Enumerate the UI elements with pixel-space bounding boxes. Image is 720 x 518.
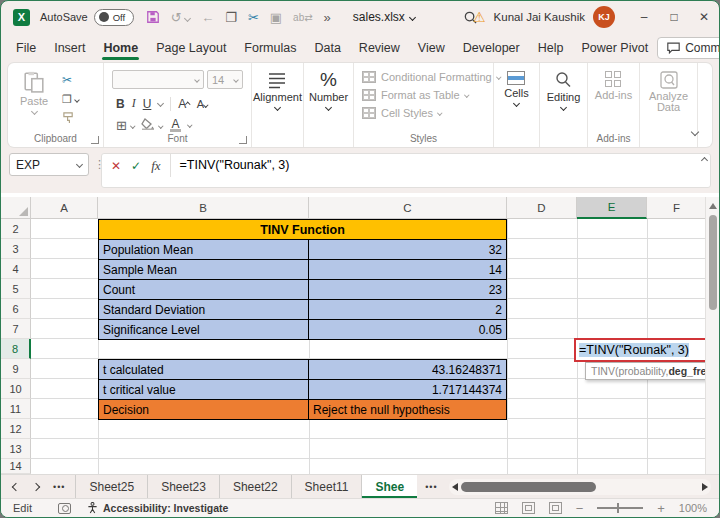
column-header-b[interactable]: B — [98, 197, 309, 219]
cells-button[interactable]: Cells — [504, 63, 528, 106]
cell-value[interactable]: 43.16248371 — [309, 360, 507, 380]
cell-decision-label[interactable]: Decision — [99, 400, 309, 420]
underline-button[interactable]: U — [143, 97, 152, 111]
warning-icon[interactable]: ⚠ — [473, 9, 486, 25]
borders-button[interactable]: ⊞ — [116, 118, 134, 133]
tab-help[interactable]: Help — [529, 35, 573, 61]
alignment-button[interactable]: Alignment — [253, 63, 302, 110]
clipboard-dialog-launcher[interactable] — [91, 136, 99, 144]
sheet-tab-sheet23[interactable]: Sheet23 — [148, 475, 220, 498]
scroll-up-icon[interactable] — [709, 203, 717, 209]
copy-button[interactable]: ❐ — [62, 93, 79, 106]
paste-button[interactable]: Paste — [14, 63, 54, 124]
document-title[interactable]: sales.xlsx — [353, 10, 415, 24]
cell-value[interactable]: 1.717144374 — [309, 380, 507, 400]
name-box[interactable]: EXP — [9, 153, 89, 176]
zoom-slider[interactable] — [597, 507, 643, 509]
shrink-font-button[interactable]: A — [197, 98, 208, 110]
tab-insert[interactable]: Insert — [45, 35, 94, 61]
row-header-12[interactable]: 12 — [1, 419, 31, 439]
redo-icon[interactable]: ← — [201, 10, 214, 25]
more-sheets-icon[interactable]: ••• — [425, 482, 437, 492]
sheet-tab-sheet11[interactable]: Sheet11 — [292, 475, 363, 498]
enter-entry-button[interactable]: ✓ — [131, 159, 141, 173]
cell-value[interactable]: 2 — [309, 300, 507, 320]
page-break-view-icon[interactable] — [549, 502, 562, 514]
tab-developer[interactable]: Developer — [454, 35, 529, 61]
prev-sheet-icon[interactable] — [12, 482, 20, 490]
cell-label[interactable]: Population Mean — [99, 240, 309, 260]
formula-input[interactable]: =TINV("Rounak", 3) — [171, 154, 290, 187]
comments-button[interactable]: Comments — [657, 37, 720, 59]
analyze-data-button[interactable]: Analyze Data — [640, 63, 697, 113]
cell-value[interactable]: 23 — [309, 280, 507, 300]
conditional-formatting-button[interactable]: Conditional Formatting — [362, 71, 500, 83]
next-sheet-icon[interactable] — [32, 482, 40, 490]
cell-label[interactable]: Standard Deviation — [99, 300, 309, 320]
cancel-entry-button[interactable]: ✕ — [111, 159, 121, 173]
excel-logo-icon[interactable]: X — [13, 9, 30, 26]
bold-button[interactable]: B — [116, 97, 125, 111]
row-header-10[interactable]: 10 — [1, 379, 31, 399]
grow-font-button[interactable]: A — [178, 97, 190, 111]
number-button[interactable]: % Number — [309, 63, 348, 110]
sheet-list-icon[interactable]: ••• — [53, 482, 65, 492]
row-header-13[interactable]: 13 — [1, 439, 31, 459]
cell-styles-button[interactable]: Cell Styles — [362, 107, 441, 119]
copy-icon[interactable]: ❐ — [225, 10, 237, 25]
scroll-right-icon[interactable] — [702, 483, 708, 491]
cell-decision-value[interactable]: Reject the null hypothesis — [309, 400, 507, 420]
tab-view[interactable]: View — [409, 35, 454, 61]
tab-power-pivot[interactable]: Power Pivot — [572, 35, 657, 61]
font-name-combo[interactable] — [112, 70, 204, 89]
close-button[interactable]: ✕ — [689, 1, 719, 33]
column-header-a[interactable]: A — [31, 197, 98, 219]
row-header-11[interactable]: 11 — [1, 399, 31, 419]
cut-icon[interactable]: ✂ — [248, 10, 259, 25]
font-dialog-launcher[interactable] — [239, 136, 247, 144]
zoom-in-button[interactable]: + — [657, 501, 665, 516]
row-header-9[interactable]: 9 — [1, 359, 31, 379]
italic-button[interactable]: I — [132, 96, 136, 111]
column-header-f[interactable]: F — [647, 197, 707, 219]
editing-button[interactable]: Editing — [547, 63, 581, 110]
qat-overflow-icon[interactable]: » — [324, 10, 331, 25]
minimize-button[interactable]: – — [629, 1, 659, 33]
column-header-e[interactable]: E — [577, 197, 647, 219]
normal-view-icon[interactable] — [495, 502, 508, 514]
fill-color-button[interactable] — [141, 116, 163, 134]
row-header-8[interactable]: 8 — [1, 339, 31, 359]
cell-label[interactable]: Sample Mean — [99, 260, 309, 280]
active-cell-formula-edit[interactable]: =TINV("Rounak", 3) — [574, 338, 710, 362]
tab-file[interactable]: File — [7, 35, 45, 61]
cell-label[interactable]: Significance Level — [99, 320, 309, 340]
cell-value[interactable]: 0.05 — [309, 320, 507, 340]
find-replace-icon[interactable]: ab⇄ — [293, 12, 313, 23]
column-header-c[interactable]: C — [309, 197, 507, 219]
cell-value[interactable]: 14 — [309, 260, 507, 280]
tab-review[interactable]: Review — [350, 35, 409, 61]
select-all-button[interactable] — [1, 197, 31, 219]
cell-value[interactable]: 32 — [309, 240, 507, 260]
sheet-tab-active[interactable]: Shee — [362, 475, 417, 498]
add-ins-button[interactable]: Add-ins — [595, 63, 632, 101]
cut-button[interactable]: ✂ — [62, 73, 79, 87]
autosave-toggle[interactable]: Off — [94, 9, 134, 26]
format-as-table-button[interactable]: Format as Table — [362, 89, 468, 101]
user-name[interactable]: Kunal Jai Kaushik — [494, 11, 585, 23]
row-header-14[interactable]: 14 — [1, 459, 31, 474]
cell-label[interactable]: t calculated — [99, 360, 309, 380]
horizontal-scroll-thumb[interactable] — [461, 482, 596, 492]
row-header-7[interactable]: 7 — [1, 319, 31, 339]
column-header-d[interactable]: D — [507, 197, 577, 219]
sheet-tab-sheet25[interactable]: Sheet25 — [75, 475, 148, 498]
save-icon[interactable] — [146, 10, 160, 24]
font-color-button[interactable]: A — [170, 119, 181, 132]
row-header-3[interactable]: 3 — [1, 239, 31, 259]
cell-label[interactable]: Count — [99, 280, 309, 300]
cell-title-tinv-function[interactable]: TINV Function — [98, 219, 507, 240]
tab-page-layout[interactable]: Page Layout — [147, 35, 235, 61]
vertical-scrollbar[interactable] — [705, 197, 719, 474]
zoom-out-button[interactable]: − — [576, 501, 584, 516]
scroll-left-icon[interactable] — [452, 483, 458, 491]
